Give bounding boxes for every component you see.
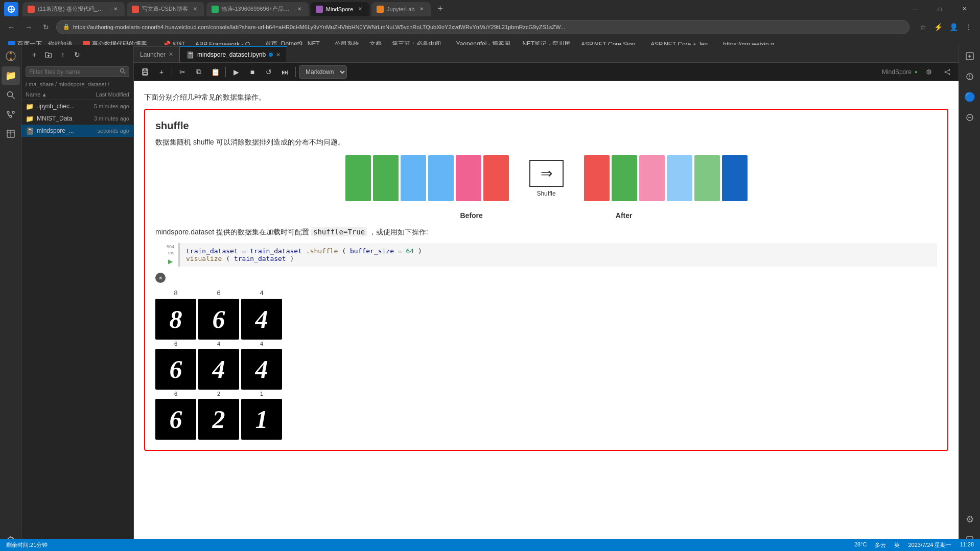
code-paren-4: ) bbox=[290, 255, 294, 262]
jupyter-logo bbox=[2, 47, 20, 65]
browser-tab-2[interactable]: 写文章-CSDN博客 ✕ bbox=[127, 2, 204, 16]
weather-label: 多云 bbox=[875, 541, 886, 549]
right-icon-4[interactable] bbox=[961, 108, 979, 127]
sidebar-icon-git[interactable] bbox=[2, 105, 20, 124]
right-icon-2[interactable] bbox=[961, 67, 979, 86]
kernel-settings-button[interactable] bbox=[922, 65, 936, 79]
file-modified-0: 5 minutes ago bbox=[83, 103, 129, 109]
launcher-tab-label: Launcher bbox=[140, 51, 166, 58]
restart-run-button[interactable]: ⏭ bbox=[278, 65, 292, 79]
code-var-2: train_dataset bbox=[250, 247, 302, 255]
address-bar[interactable]: 🔒 https://authoring-modelarts-cnnorth4.h… bbox=[56, 20, 909, 34]
browser-tab-4[interactable]: MindSpore ✕ bbox=[311, 2, 369, 16]
run-cell-button[interactable]: ▶ bbox=[166, 257, 174, 266]
upload-button[interactable]: ↑ bbox=[56, 48, 69, 61]
new-folder-button[interactable] bbox=[42, 48, 55, 61]
info-text-content2: ，或使用如下操作: bbox=[367, 228, 428, 236]
tab-4-close[interactable]: ✕ bbox=[356, 5, 364, 13]
cell-type-select[interactable]: Markdown bbox=[299, 65, 347, 79]
mnist-img-4: 6 bbox=[155, 349, 196, 390]
search-input[interactable] bbox=[29, 68, 120, 76]
paste-button[interactable]: 📋 bbox=[208, 65, 222, 79]
add-cell-button[interactable]: + bbox=[154, 65, 169, 79]
refresh-button[interactable]: ↻ bbox=[71, 48, 84, 61]
before-group bbox=[345, 155, 509, 201]
run-button[interactable]: ▶ bbox=[229, 65, 243, 79]
user-button[interactable]: 👤 bbox=[946, 20, 961, 34]
app-icon bbox=[4, 2, 18, 16]
bar-5 bbox=[456, 155, 481, 201]
svg-point-5 bbox=[10, 58, 12, 60]
reload-button[interactable]: ↻ bbox=[39, 20, 53, 34]
maximize-button[interactable]: □ bbox=[928, 0, 951, 18]
cell-exec-unit: ms bbox=[168, 250, 174, 255]
sidebar-icon-files[interactable]: 📁 bbox=[2, 66, 20, 85]
extensions-button[interactable]: ⚡ bbox=[931, 20, 945, 34]
file-browser-panel: + ↑ ↻ / ma_share / mindspore_dataset / N… bbox=[21, 45, 134, 551]
favorites-button[interactable]: ☆ bbox=[916, 20, 930, 34]
col-modified-label: Last Modified bbox=[96, 91, 129, 98]
breadcrumb: / ma_share / mindspore_dataset / bbox=[21, 79, 133, 89]
back-button[interactable]: ← bbox=[4, 20, 18, 34]
sidebar-icon-table[interactable] bbox=[2, 125, 20, 143]
intro-text-content: 下面分别介绍几种常见的数据集操作。 bbox=[144, 93, 266, 101]
settings-button[interactable]: ⋮ bbox=[962, 20, 976, 34]
notebook-tab-close[interactable]: ✕ bbox=[276, 52, 281, 58]
restart-button[interactable]: ↺ bbox=[262, 65, 276, 79]
stop-output-button[interactable]: ✕ bbox=[155, 273, 166, 283]
share-button[interactable] bbox=[940, 65, 954, 79]
mnist-sublabel-4: 6 bbox=[174, 391, 177, 397]
shuffle-code-ref: shuffle=True bbox=[311, 227, 367, 236]
column-name[interactable]: Name ▲ bbox=[26, 91, 78, 98]
mnist-cell-9: 1 bbox=[241, 399, 282, 440]
tab-2-close[interactable]: ✕ bbox=[191, 5, 199, 13]
browser-title-bar: (11条消息) 惠公报代码_惠公系... ✕ 写文章-CSDN博客 ✕ 徐涛-1… bbox=[0, 0, 980, 18]
code-cell: 504 ms ▶ train_dataset = train_dataset .… bbox=[155, 243, 937, 267]
forward-button[interactable]: → bbox=[21, 20, 36, 34]
tab-3-close[interactable]: ✕ bbox=[295, 5, 304, 13]
section-title: shuffle bbox=[155, 120, 937, 132]
right-icon-3[interactable]: 🔵 bbox=[961, 88, 979, 106]
save-button[interactable] bbox=[138, 65, 152, 79]
file-item-0[interactable]: 📁 .ipynb_chec... 5 minutes ago bbox=[21, 100, 133, 112]
right-icon-1[interactable] bbox=[961, 47, 979, 65]
minimize-button[interactable]: — bbox=[903, 0, 927, 18]
close-button[interactable]: ✕ bbox=[952, 0, 976, 18]
code-block[interactable]: train_dataset = train_dataset .shuffle (… bbox=[178, 243, 937, 267]
browser-tab-5[interactable]: JupyterLab ✕ bbox=[371, 2, 431, 16]
launcher-tab[interactable]: Launcher ✕ bbox=[134, 46, 180, 62]
svg-line-20 bbox=[124, 72, 125, 74]
copy-button[interactable]: ⧉ bbox=[192, 65, 206, 79]
interrupt-button[interactable]: ■ bbox=[245, 65, 260, 79]
after-group bbox=[584, 155, 748, 201]
file-panel-actions: + ↑ ↻ bbox=[26, 48, 86, 61]
browser-tab-1[interactable]: (11条消息) 惠公报代码_惠公系... ✕ bbox=[22, 2, 125, 16]
search-box[interactable] bbox=[26, 66, 129, 77]
cut-button[interactable]: ✂ bbox=[175, 65, 190, 79]
launcher-tab-close[interactable]: ✕ bbox=[169, 51, 173, 58]
notebook-tab-active[interactable]: 📓 mindspore_dataset.ipynb ✕ bbox=[180, 46, 287, 62]
sort-icon: ▲ bbox=[41, 91, 47, 98]
kernel-badge: MindSpore ● bbox=[882, 68, 918, 76]
new-tab-button[interactable]: + bbox=[433, 2, 447, 16]
tab-4-label: MindSpore bbox=[326, 6, 353, 12]
svg-point-19 bbox=[121, 69, 124, 73]
file-item-2[interactable]: 📓 mindspore_... seconds ago bbox=[21, 125, 133, 137]
tab-1-close[interactable]: ✕ bbox=[111, 5, 120, 13]
new-file-button[interactable]: + bbox=[28, 48, 41, 61]
file-item-1[interactable]: 📁 MNIST_Data 3 minutes ago bbox=[21, 112, 133, 125]
nav-actions: ☆ ⚡ 👤 ⋮ bbox=[916, 20, 976, 34]
browser-tab-3[interactable]: 徐涛-13960699696+产品体验评... ✕ bbox=[206, 2, 309, 16]
after-bars bbox=[584, 155, 748, 201]
right-icon-settings[interactable]: ⚙ bbox=[961, 510, 979, 529]
intro-text: 下面分别介绍几种常见的数据集操作。 bbox=[144, 91, 948, 103]
sidebar-icon-search[interactable] bbox=[2, 86, 20, 104]
column-modified: Last Modified bbox=[78, 91, 129, 98]
notebook-content: 下面分别介绍几种常见的数据集操作。 shuffle 数据集随机 shuffle … bbox=[134, 81, 959, 551]
mnist-output: ✕ 8 6 4 8 6 6 bbox=[155, 271, 937, 440]
status-bar: 剩余时间:21分钟 28°C 多云 英 2023/7/24 星期一 11:28 bbox=[0, 539, 980, 551]
kernel-info: MindSpore ● bbox=[882, 65, 954, 79]
mnist-cell-4: 6 6 bbox=[155, 349, 196, 397]
tab-5-close[interactable]: ✕ bbox=[417, 5, 426, 13]
mnist-label-1: 8 bbox=[155, 289, 196, 297]
